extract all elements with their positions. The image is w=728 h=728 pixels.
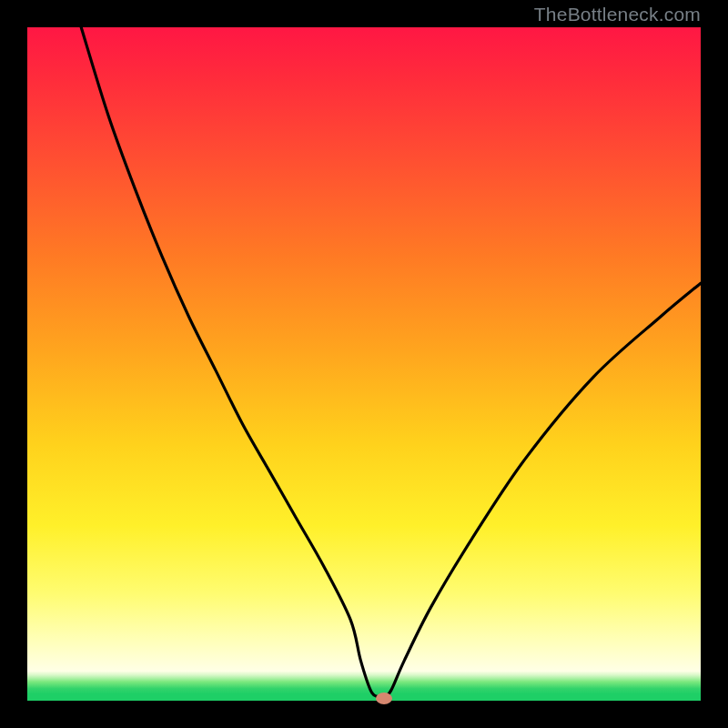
bottleneck-curve [81, 27, 701, 697]
plot-area [27, 27, 701, 701]
chart-frame: TheBottleneck.com [0, 0, 728, 728]
curve-svg [27, 27, 701, 701]
optimum-marker [376, 693, 392, 704]
watermark-text: TheBottleneck.com [534, 4, 701, 25]
